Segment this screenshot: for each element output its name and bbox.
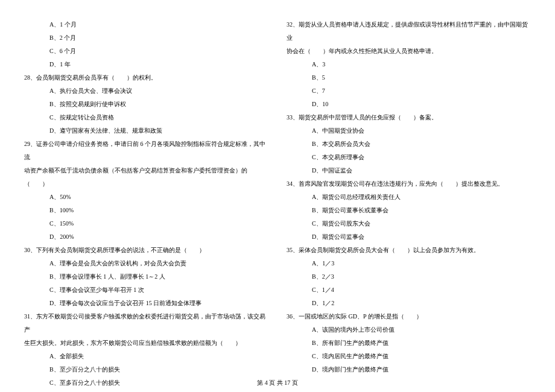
- q32-option-b: B、5: [287, 71, 531, 84]
- q29-option-d: D、200%: [24, 230, 268, 244]
- q34-option-c: C、期货公司股东大会: [287, 217, 531, 230]
- right-column: 32、期货从业人员资格申请人违反规定，提供虚假或误导性材料且情节严重的，由中国期…: [287, 18, 531, 368]
- q34-option-a: A、期货公司总经理或相关责任人: [287, 191, 531, 204]
- q32-option-c: C、7: [287, 84, 531, 98]
- q32-option-a: A、3: [287, 58, 531, 71]
- q31-option-a: A、全部损失: [24, 350, 268, 363]
- q29-line2: 动资产余额不低于流动负债余额（不包括客户交易结算资金和客户委托管理资金）的（ ）: [24, 164, 268, 191]
- q35-option-a: A、1／3: [287, 257, 531, 270]
- q35-option-d: D、1／2: [287, 297, 531, 310]
- q28-option-c: C、按规定转让会员资格: [24, 111, 268, 124]
- q27-option-d: D、1 年: [24, 58, 268, 71]
- q36-option-b: B、所有部门生产的最终产值: [287, 337, 531, 350]
- q36-text: 36、一国或地区的实际 GD、P 的增长是指（ ）: [287, 310, 531, 323]
- q28-option-b: B、按照交易规则行使申诉权: [24, 98, 268, 111]
- q33-option-d: D、中国证监会: [287, 164, 531, 177]
- q32-line1: 32、期货从业人员资格申请人违反规定，提供虚假或误导性材料且情节严重的，由中国期…: [287, 18, 531, 45]
- page-container: A、1 个月 B、2 个月 C、6 个月 D、1 年 28、会员制期货交易所会员…: [24, 18, 531, 368]
- q28-text: 28、会员制期货交易所会员享有（ ）的权利。: [24, 71, 268, 84]
- q34-text: 34、首席风险官发现期货公司存在违法违规行为，应先向（ ）提出整改意见。: [287, 177, 531, 191]
- q28-option-a: A、执行会员大会、理事会决议: [24, 84, 268, 98]
- q30-option-d: D、理事会每次会议应当于会议召开 15 日前通知全体理事: [24, 297, 268, 310]
- q31-option-d: D、百分之六十的损失: [24, 390, 268, 392]
- q29-line1: 29、证券公司申请介绍业务资格，申请日前 6 个月各项风险控制指标应符合规定标准…: [24, 138, 268, 164]
- q32-option-d: D、10: [287, 98, 531, 111]
- q28-option-d: D、遵守国家有关法律、法规、规章和政策: [24, 124, 268, 138]
- q32-line2: 协会在（ ）年内或永久性拒绝其从业人员资格申请。: [287, 45, 531, 58]
- q27-option-a: A、1 个月: [24, 18, 268, 31]
- q36-option-a: A、该国的境内外上市公司价值: [287, 323, 531, 337]
- q29-option-b: B、100%: [24, 204, 268, 217]
- q31-line2: 生巨大损失。对此损失，东方不败期货公司应当赔偿独孤求败的赔偿额为（ ）: [24, 337, 268, 350]
- q30-option-c: C、理事会会议至少每半年召开 1 次: [24, 283, 268, 297]
- q30-text: 30、下列有关会员制期货交易所理事会的说法，不正确的是（ ）: [24, 244, 268, 257]
- q27-option-b: B、2 个月: [24, 31, 268, 45]
- q33-option-a: A、中国期货业协会: [287, 124, 531, 138]
- q34-option-d: D、期货公司监事会: [287, 230, 531, 244]
- q30-option-b: B、理事会设理事长 1 人、副理事长 1～2 人: [24, 270, 268, 283]
- q34-option-b: B、期货公司董事长或董事会: [287, 204, 531, 217]
- q33-option-b: B、本交易所会员大会: [287, 138, 531, 151]
- left-column: A、1 个月 B、2 个月 C、6 个月 D、1 年 28、会员制期货交易所会员…: [24, 18, 268, 368]
- q35-option-b: B、2／3: [287, 270, 531, 283]
- q31-option-b: B、至少百分之八十的损失: [24, 363, 268, 376]
- q31-line1: 31、东方不败期货公司接受客户独孤求败的全权委托进行期货交易，由于市场动荡，该交…: [24, 310, 268, 337]
- q36-option-c: C、境内居民生产的最终产值: [287, 350, 531, 363]
- q29-option-c: C、150%: [24, 217, 268, 230]
- page-footer: 第 4 页 共 17 页: [0, 379, 555, 387]
- q35-option-c: C、1／4: [287, 283, 531, 297]
- q33-text: 33、期货交易所中层管理人员的任免应报（ ）备案。: [287, 111, 531, 124]
- q29-option-a: A、50%: [24, 191, 268, 204]
- q30-option-a: A、理事会是会员大会的常设机构，对会员大会负责: [24, 257, 268, 270]
- q35-text: 35、采体会员制期货交易所会员大会有（ ）以上会员参加方为有效。: [287, 244, 531, 257]
- q33-option-c: C、本交易所理事会: [287, 151, 531, 164]
- q36-option-d: D、境内部门生产的最终产值: [287, 363, 531, 376]
- q27-option-c: C、6 个月: [24, 45, 268, 58]
